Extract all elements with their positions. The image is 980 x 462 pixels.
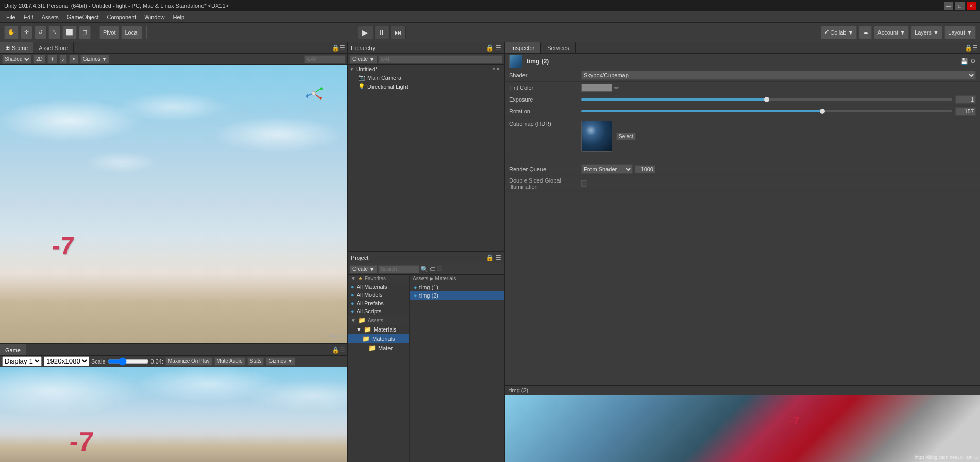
sidebar-all-materials[interactable]: ● All Materials <box>348 283 409 291</box>
hierarchy-scene-item[interactable]: ▼ Untitled* ≡ ✕ <box>348 65 504 73</box>
minimize-button[interactable]: — <box>944 2 953 10</box>
scene-search-input[interactable] <box>304 55 345 63</box>
project-search-icon[interactable]: 🔍 <box>420 266 428 273</box>
project-lock-icon[interactable]: 🔒 <box>486 254 494 261</box>
scene-tab[interactable]: ⊞ Scene <box>0 42 33 53</box>
exposure-slider-track <box>581 98 952 101</box>
cubemap-highlight <box>586 125 596 136</box>
project-item-timg1[interactable]: ● timg (1) <box>410 283 504 291</box>
shading-mode-select[interactable]: Shaded <box>2 55 31 64</box>
transform-tool-button[interactable]: ⊞ <box>79 26 91 39</box>
hierarchy-directional-light[interactable]: 💡 Directional Light <box>348 82 504 91</box>
move-tool-button[interactable]: ✛ <box>21 26 32 39</box>
sidebar-all-scripts[interactable]: ● All Scripts <box>348 307 409 316</box>
sidebar-all-prefabs[interactable]: ● All Prefabs <box>348 299 409 307</box>
effects-toggle[interactable]: ✦ <box>69 55 78 64</box>
hierarchy-lock-icon[interactable]: 🔒 <box>486 44 494 52</box>
menu-assets[interactable]: Assets <box>38 13 63 21</box>
scale-tool-button[interactable]: ⤡ <box>48 26 60 39</box>
menu-window[interactable]: Window <box>140 13 168 21</box>
render-queue-select[interactable]: From Shader <box>581 164 633 174</box>
services-tab[interactable]: Services <box>541 42 576 53</box>
mute-audio-button[interactable]: Mute Audio <box>214 357 245 366</box>
layout-button[interactable]: Layout ▼ <box>944 26 976 39</box>
game-gizmos-button[interactable]: Gizmos ▼ <box>266 357 295 366</box>
lighting-toggle[interactable]: ☀ <box>47 55 57 64</box>
sidebar-materials[interactable]: ▼ 📁 Materials <box>348 325 409 334</box>
2d-toggle[interactable]: 2D <box>33 55 45 64</box>
display-select[interactable]: Display 1 <box>2 356 42 366</box>
tint-color-swatch[interactable] <box>581 84 612 92</box>
exposure-value-input[interactable] <box>955 95 976 104</box>
hierarchy-create-button[interactable]: Create ▼ <box>350 55 377 63</box>
menu-component[interactable]: Component <box>103 13 140 21</box>
sidebar-materials-sub[interactable]: 📁 Materials <box>348 334 409 343</box>
local-button[interactable]: Local <box>121 26 142 39</box>
play-button[interactable]: ▶ <box>358 26 373 39</box>
game-lock-icon[interactable]: 🔒 <box>332 346 340 354</box>
project-tag-icon[interactable]: 🏷 <box>429 266 435 273</box>
inspector-menu-icon[interactable]: ☰ <box>972 44 978 52</box>
menu-edit[interactable]: Edit <box>20 13 38 21</box>
rotate-tool-button[interactable]: ↺ <box>35 26 46 39</box>
account-button[interactable]: Account ▼ <box>874 26 909 39</box>
camera-icon: 📷 <box>358 74 365 81</box>
cubemap-preview[interactable] <box>581 121 612 152</box>
scene-lock-icon[interactable]: 🔒 <box>332 44 340 52</box>
project-search-input[interactable] <box>378 265 419 273</box>
game-menu-icon[interactable]: ☰ <box>340 346 345 354</box>
project-menu-icon[interactable]: ☰ <box>496 254 501 261</box>
directional-light-label: Directional Light <box>367 84 408 90</box>
scene-view[interactable]: -7 < Persp <box>0 65 347 343</box>
inspector-settings-icon[interactable]: ⚙ <box>970 58 976 65</box>
hierarchy-main-camera[interactable]: 📷 Main Camera <box>348 73 504 82</box>
project-menu2-icon[interactable]: ☰ <box>436 266 442 273</box>
menu-help[interactable]: Help <box>168 13 189 21</box>
cubemap-select-button[interactable]: Select <box>616 133 636 140</box>
audio-toggle[interactable]: ♪ <box>59 55 67 64</box>
hierarchy-search-input[interactable] <box>378 55 502 63</box>
resolution-select[interactable]: 1920x1080 <box>44 356 89 366</box>
stats-button[interactable]: Stats <box>247 357 264 366</box>
layers-button[interactable]: Layers ▼ <box>911 26 942 39</box>
sidebar-mater[interactable]: 📁 Mater <box>348 343 409 353</box>
shader-select[interactable]: Skybox/Cubemap <box>581 71 976 80</box>
menu-file[interactable]: File <box>2 13 20 21</box>
game-tab[interactable]: Game <box>0 344 26 355</box>
project-create-button[interactable]: Create ▼ <box>350 265 377 273</box>
hand-tool-button[interactable]: ✋ <box>4 26 19 39</box>
scene-menu-icon[interactable]: ☰ <box>340 44 345 52</box>
collab-button[interactable]: ✔ Collab ▼ <box>821 26 857 39</box>
save-icon-button[interactable]: 💾 <box>960 58 968 65</box>
scene-arrow-icon: ▼ <box>350 67 354 72</box>
double-sided-checkbox[interactable] <box>581 180 587 187</box>
tint-color-pencil-icon[interactable]: ✏ <box>614 85 619 91</box>
maximize-on-play-button[interactable]: Maximize On Play <box>165 357 212 366</box>
hierarchy-create-label: Create ▼ <box>352 56 375 62</box>
asset-store-tab[interactable]: Asset Store <box>33 42 74 53</box>
step-button[interactable]: ⏭ <box>391 26 406 39</box>
menu-gameobject[interactable]: GameObject <box>63 13 103 21</box>
scale-slider[interactable] <box>108 357 149 366</box>
rect-tool-button[interactable]: ⬜ <box>62 26 77 39</box>
pause-button[interactable]: ⏸ <box>374 26 390 39</box>
cloud-button[interactable]: ☁ <box>859 26 872 39</box>
project-item-timg2[interactable]: ● timg (2) <box>410 291 504 300</box>
gizmos-button[interactable]: Gizmos ▼ <box>80 55 110 64</box>
favorites-header: ▼ ★ Favorites <box>348 275 409 283</box>
game-view[interactable]: -7 <box>0 367 347 462</box>
sidebar-all-models[interactable]: ● All Models <box>348 291 409 299</box>
scene-panel-tabs: ⊞ Scene Asset Store 🔒 ☰ <box>0 42 347 54</box>
inspector-lock-icon[interactable]: 🔒 <box>965 44 972 52</box>
rotation-value-input[interactable] <box>955 107 976 116</box>
pivot-button[interactable]: Pivot <box>99 26 119 39</box>
rotation-slider-track <box>581 110 952 112</box>
maximize-button[interactable]: □ <box>955 2 965 10</box>
hierarchy-menu-icon[interactable]: ☰ <box>496 44 501 52</box>
inspector-tab[interactable]: Inspector <box>505 42 541 53</box>
window-controls: — □ ✕ <box>944 2 976 10</box>
close-button[interactable]: ✕ <box>967 2 976 10</box>
asset-thumbnail <box>509 55 522 68</box>
svg-marker-3 <box>319 97 322 100</box>
render-queue-value-input[interactable] <box>635 165 655 173</box>
